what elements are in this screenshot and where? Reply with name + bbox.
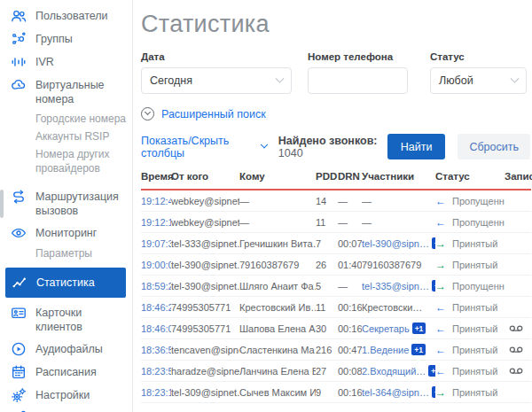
call-status-label: Принятый xyxy=(452,302,497,313)
table-row[interactable]: 18:23:14 tel-309@sipnet.ru Сычев Максим … xyxy=(141,382,531,403)
sidebar-item-city-numbers[interactable]: Городские номера xyxy=(0,110,132,128)
sidebar-item-client-cards[interactable]: Карточки клиентов xyxy=(0,301,132,338)
participant-link[interactable]: 2.Входящий… xyxy=(362,366,426,377)
found-calls-label: Найдено звонков: xyxy=(278,135,378,147)
sidebar-item-label: Аудиофайлы xyxy=(35,341,103,356)
sidebar-item-groups[interactable]: Группы xyxy=(0,27,132,51)
found-calls-count: 1040 xyxy=(278,147,303,159)
call-drn: 00:08 xyxy=(338,366,362,377)
sidebar-item-statistics[interactable]: Статистика xyxy=(5,268,126,298)
sidebar-item-support[interactable]: Поддержка xyxy=(0,407,132,412)
participants-more-badge[interactable]: +1 xyxy=(412,323,426,334)
call-to: Ланчина Елена В… xyxy=(239,366,316,377)
status-filter-value: Любой xyxy=(439,74,473,87)
participant-link[interactable]: tel-364@sipn… xyxy=(362,387,429,398)
participant-link[interactable]: Секретарь xyxy=(362,323,410,334)
table-row[interactable]: 18:46:04 74995305771 Шапова Елена А… 30 … xyxy=(141,318,531,339)
eye-icon xyxy=(10,225,27,241)
call-drn: — xyxy=(338,196,362,206)
call-from: tel-390@sipnet.ru xyxy=(171,260,239,270)
participant-link[interactable]: tel-335@sipn… xyxy=(362,281,429,292)
search-button[interactable]: Найти xyxy=(387,134,446,159)
call-record-cell[interactable] xyxy=(505,367,531,376)
sidebar-item-label: Пользователи xyxy=(35,8,108,23)
call-drn: — xyxy=(338,281,362,292)
table-row[interactable]: 18:46:23 74995305771 Крестовский Ив… 11 … xyxy=(141,297,531,318)
phone-input[interactable] xyxy=(317,68,399,93)
table-row[interactable]: 19:00:00 tel-390@sipnet.ru 79160387679 2… xyxy=(141,254,531,276)
call-time-link[interactable]: 19:12:18 xyxy=(141,217,171,228)
col-header-pdd: PDD xyxy=(316,171,338,182)
sidebar-item-other-providers[interactable]: Номера других провайдеров xyxy=(0,145,132,177)
main-content: Статистика Дата Сегодня Номер телефона С… xyxy=(133,0,532,412)
col-header-participants: Участники xyxy=(362,171,435,182)
call-status: ←Пропущенный xyxy=(435,216,505,229)
call-pdd: 14 xyxy=(316,196,338,206)
call-time-link[interactable]: 19:00:00 xyxy=(141,260,171,270)
call-time-link[interactable]: 18:23:14 xyxy=(141,387,171,398)
call-time-link[interactable]: 18:36:56 xyxy=(141,345,171,355)
sidebar-item-label: Статистика xyxy=(36,275,95,290)
sidebar-item-call-routing[interactable]: Маршрутизация вызовов xyxy=(0,185,132,222)
table-row[interactable]: 19:07:37 tel-333@sipnet.ru Гречишкин Вит… xyxy=(141,233,531,254)
call-record-cell[interactable] xyxy=(505,324,531,333)
participant-link[interactable]: tel-390@sipn… xyxy=(362,238,429,249)
call-drn: 00:16 xyxy=(338,302,362,313)
col-header-from: От кого xyxy=(171,171,239,182)
sidebar-item-parameters[interactable]: Параметры xyxy=(0,245,132,262)
call-from: webkey@sipnet.ru xyxy=(171,196,239,206)
participants-more-badge[interactable]: +1 xyxy=(411,344,426,355)
col-header-to: Кому xyxy=(239,171,316,182)
participant-link[interactable]: — xyxy=(362,196,372,206)
sidebar-item-monitoring[interactable]: Мониторинг xyxy=(0,222,132,245)
date-filter-field: Дата Сегодня xyxy=(141,51,292,94)
sidebar-item-label: Виртуальные номера xyxy=(35,77,127,106)
call-time-link[interactable]: 19:07:37 xyxy=(141,238,171,249)
columns-toggle-link[interactable]: Показать/Скрыть столбцы xyxy=(141,135,267,159)
call-to: Шляго Анаит Фа… xyxy=(239,281,316,292)
sidebar-item-rsip-accounts[interactable]: Аккаунты RSIP xyxy=(0,128,132,145)
call-time-link[interactable]: 18:59:23 xyxy=(141,281,171,292)
participants-more-badge[interactable]: +1 xyxy=(428,365,435,377)
gear-icon xyxy=(10,387,27,403)
call-record-cell[interactable] xyxy=(505,346,531,354)
sidebar-item-settings[interactable]: Настройки xyxy=(0,384,132,407)
call-status-label: Пропущенный xyxy=(452,196,505,206)
table-row[interactable]: 19:12:42 webkey@sipnet.ru — 14 — — ←Проп… xyxy=(141,190,531,212)
call-participants: 1.Ведение+1 xyxy=(362,344,435,355)
call-drn: 00:16 xyxy=(338,387,362,398)
participant-link[interactable]: 79160387679 xyxy=(362,260,421,270)
participant-link[interactable]: 1.Ведение xyxy=(362,345,409,355)
call-time-link[interactable]: 18:46:04 xyxy=(141,323,171,334)
call-to: — xyxy=(239,196,316,206)
sidebar-scrollbar[interactable] xyxy=(0,190,4,218)
date-filter-label: Дата xyxy=(141,51,292,62)
sidebar-item-users[interactable]: Пользователи xyxy=(0,4,132,27)
call-time-link[interactable]: 18:46:23 xyxy=(141,302,171,313)
sidebar-item-audio-files[interactable]: Аудиофайлы xyxy=(0,338,132,361)
advanced-search-toggle[interactable]: Расширенный поиск xyxy=(141,107,266,120)
status-filter-select[interactable]: Любой xyxy=(430,67,527,94)
call-direction-icon: ← xyxy=(435,195,446,207)
participant-link[interactable]: — xyxy=(362,217,372,228)
call-from: 74995305771 xyxy=(171,302,239,313)
table-row[interactable]: 18:59:23 tel-390@sipnet.ru Шляго Анаит Ф… xyxy=(141,276,531,297)
sidebar-item-label: Маршрутизация вызовов xyxy=(35,189,127,218)
call-from: tel-309@sipnet.ru xyxy=(171,387,239,398)
reset-button[interactable]: Сбросить xyxy=(458,134,530,159)
participant-link[interactable]: Крестовски… xyxy=(362,302,422,313)
call-to: Шапова Елена А… xyxy=(239,323,316,334)
table-row[interactable]: 18:36:56 tencaven@sipnet… Сластенкина Ма… xyxy=(141,339,531,361)
table-row[interactable]: 19:12:18 webkey@sipnet.ru — 11 — — ←Проп… xyxy=(141,212,531,233)
sidebar-item-virtual-numbers[interactable]: Виртуальные номера xyxy=(0,74,132,110)
table-row[interactable]: 18:23:52 haradze@sipnet.ru Ланчина Елена… xyxy=(141,361,531,382)
call-status: ←Пропущенный xyxy=(435,195,505,207)
date-filter-select[interactable]: Сегодня xyxy=(141,67,292,94)
found-calls-text: Найдено звонков: 1040 xyxy=(278,135,387,159)
call-time-link[interactable]: 18:23:52 xyxy=(141,366,171,377)
call-time-link[interactable]: 19:12:42 xyxy=(141,196,171,206)
sidebar-item-schedules[interactable]: Расписания xyxy=(0,361,132,384)
sidebar-item-ivr[interactable]: IVR xyxy=(0,51,132,74)
call-pdd: 5 xyxy=(316,281,338,292)
voicemail-icon xyxy=(509,324,523,333)
